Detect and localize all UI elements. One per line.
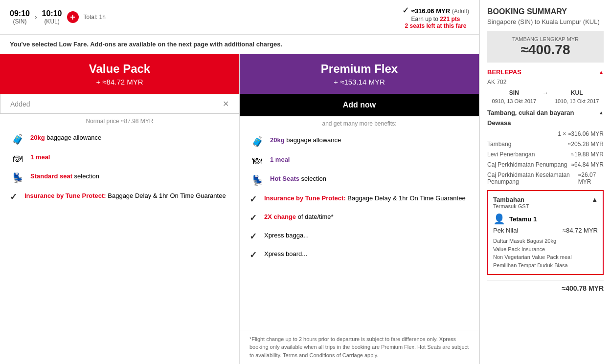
tax-toggle-icon: ▲ [599,110,604,115]
route-arrow-icon: → [541,88,550,97]
to-date: 1010, 13 Okt 2017 [550,97,604,105]
feature-meal: 🍽 1 meal [10,153,229,164]
tambang-label: TAMBANG LENGKAP MYR [492,36,599,42]
pek-label: Pek Nilai [493,227,518,234]
value-pack-price: + ≈84.72 MYR [10,78,229,86]
pek-detail-4: Pemilihan Tempat Duduk Biasa [493,261,598,270]
premium-flex-column: Premium Flex + ≈153.14 MYR Add now and g… [240,54,479,364]
value-pack-features: 🧳 20kg baggage allowance 🍽 1 meal 💺 [0,128,239,364]
fare-tambang: Tambang ≈205.28 MYR [487,140,604,149]
from-code: SIN [487,88,541,97]
arrival-time: 10:10 (KUL) [42,9,62,25]
sidebar-title: BOOKING SUMMARY [487,7,604,16]
total-row: ≈400.78 MYR [487,280,604,292]
value-pack-name: Value Pack [10,62,229,76]
dewasa-label: Dewasa [487,119,604,127]
add-now-button[interactable]: Add now [240,94,479,116]
footnote-text: *Flight change up to 2 hours prior to de… [240,330,479,364]
pf-bag-icon: 🧳 [249,136,265,148]
pf-check-change-icon: ✓ [249,213,259,223]
pek-details: Daftar Masuk Bagasi 20kg Value Pack Insu… [493,237,598,269]
earn-pts: Earn up to 221 pts [402,16,469,22]
tambang-amount: ≈400.78 [492,42,599,58]
bag-icon: 🧳 [10,133,25,145]
pf-feature-insurance: ✓ Insurance by Tune Protect: Baggage Del… [249,194,469,205]
pf-check-xboard-icon: ✓ [249,250,259,260]
value-pack-action: Added ✕ [0,94,239,114]
guest-name: Tetamu 1 [509,215,537,223]
meal-icon: 🍽 [10,153,25,164]
tambahan-box: Tambahan ▲ Termasuk GST 👤 Tetamu 1 Pek N… [487,190,604,275]
guest-row: 👤 Tetamu 1 [493,213,598,225]
premium-flex-name: Premium Flex [249,62,469,76]
tax-label: Tambang, cukai dan bayaran [487,109,574,116]
pf-check-insurance-icon: ✓ [249,194,259,205]
premium-flex-header: Premium Flex + ≈153.14 MYR [240,54,479,94]
sidebar-subtitle: Singapore (SIN) to Kuala Lumpur (KUL) [487,18,604,25]
booking-sidebar: BOOKING SUMMARY Singapore (SIN) to Kuala… [479,0,611,364]
tax-header: Tambang, cukai dan bayaran ▲ [487,109,604,116]
pek-detail-3: Non Vegetarian Value Pack meal [493,253,598,261]
tambang-section: TAMBANG LENGKAP MYR ≈400.78 [487,31,604,63]
berlepas-label: BERLEPAS [487,68,521,76]
premium-flex-features: 🧳 20kg baggage allowance 🍽 1 meal 💺 [240,131,479,330]
pek-nilai-row: Pek Nilai ≈84.72 MYR [493,227,598,234]
premium-flex-price: + ≈153.14 MYR [249,78,469,86]
checkmark-icon: ✓ [402,5,409,15]
berlepas-header: BERLEPAS ▲ [487,68,604,76]
fare-caj-keselamatan: Caj Perkhidmatan Keselamatan Penumpang ≈… [487,171,604,186]
value-pack-header: Value Pack + ≈84.72 MYR [0,54,239,94]
tambahan-toggle-icon: ▲ [591,196,598,203]
pf-feature-seat: 💺 Hot Seats selection [249,174,469,186]
pf-feature-baggage: 🧳 20kg baggage allowance [249,136,469,148]
pf-check-xbag-icon: ✓ [249,231,259,242]
feature-seat: 💺 Standard seat selection [10,172,229,184]
and-get-text: and get many more benefits: [240,116,479,131]
termasuk-label: Termasuk GST [493,203,598,209]
feature-insurance: ✓ Insurance by Tune Protect: Baggage Del… [10,192,229,202]
fare-levi: Levi Penerbangan ≈19.88 MYR [487,150,604,159]
pf-feature-meal: 🍽 1 meal [249,155,469,167]
notice-bar: You've selected Low Fare. Add-ons are av… [0,35,479,54]
flight-header: 09:10 (SIN) › 10:10 (KUL) + Total: 1h ✓ … [0,0,479,35]
pek-detail-1: Daftar Masuk Bagasi 20kg [493,237,598,245]
add-flight-button[interactable]: + [67,11,79,23]
departure-time: 09:10 (SIN) [10,9,30,25]
to-code: KUL [550,88,604,97]
check-icon: ✓ [10,192,20,202]
seat-icon: 💺 [10,172,25,184]
pf-seat-icon: 💺 [249,174,265,186]
pek-value: ≈84.72 MYR [563,227,598,234]
route-table: SIN → KUL 0910, 13 Okt 2017 1010, 13 Okt… [487,88,604,105]
pf-feature-xpress-bag: ✓ Xpress bagga... [249,231,469,242]
from-date: 0910, 13 Okt 2017 [487,97,541,105]
flight-code: AK 702 [487,79,604,86]
added-label: Added [10,100,30,108]
seats-left: 2 seats left at this fare [402,22,469,29]
tooltip-container: Tetamu telah memilih Pek Nilai ➤ [313,264,416,296]
pf-feature-change: ✓ 2X change of date/time* [249,213,469,223]
pf-feature-xpress-board: ✓ Xpress board... [249,250,469,260]
feature-baggage: 🧳 20kg baggage allowance [10,133,229,145]
value-pack-column: Value Pack + ≈84.72 MYR Added ✕ Normal p… [0,54,240,364]
flight-price: ✓ ≈316.06 MYR (Adult) [402,5,469,16]
fare-rows: Tambang ≈205.28 MYR Levi Penerbangan ≈19… [487,140,604,186]
flight-arrow-icon: › [35,13,37,21]
guest-icon: 👤 [493,213,505,225]
pek-detail-2: Value Pack Insurance [493,245,598,254]
total-amount: ≈400.78 MYR [562,284,604,292]
normal-price-label: Normal price ≈87.98 MYR [0,114,239,128]
total-time: Total: 1h [84,14,106,21]
berlepas-toggle-icon: ▲ [599,69,604,75]
price-info: ✓ ≈316.06 MYR (Adult) Earn up to 221 pts… [402,5,469,29]
fare-dewasa-count: 1 × ≈316.06 MYR [487,129,604,138]
fare-caj-penumpang: Caj Perkhidmatan Penumpang ≈64.84 MYR [487,160,604,169]
close-value-pack-button[interactable]: ✕ [223,99,229,108]
tambahan-title: Tambahan ▲ [493,196,598,203]
pf-meal-icon: 🍽 [249,155,265,167]
